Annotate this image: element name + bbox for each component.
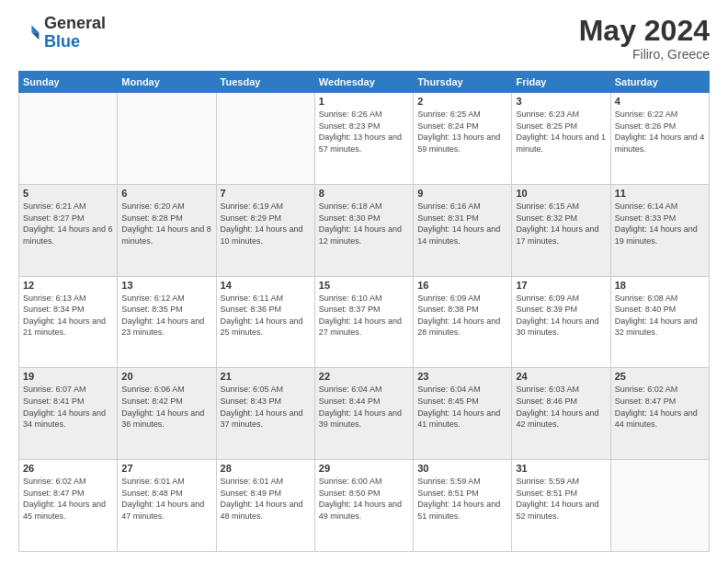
weekday-friday: Friday [512,72,610,93]
calendar-cell: 21Sunrise: 6:05 AMSunset: 8:43 PMDayligh… [216,368,314,460]
calendar-cell [19,93,118,185]
day-number: 5 [23,188,113,199]
day-number: 14 [221,280,311,291]
day-info: Sunrise: 6:18 AMSunset: 8:30 PMDaylight:… [319,201,409,247]
calendar-cell: 16Sunrise: 6:09 AMSunset: 8:38 PMDayligh… [414,276,512,368]
day-info: Sunrise: 6:03 AMSunset: 8:46 PMDaylight:… [516,384,606,430]
day-number: 1 [319,96,409,107]
day-info: Sunrise: 5:59 AMSunset: 8:51 PMDaylight:… [417,476,507,522]
day-number: 6 [121,188,211,199]
calendar-cell: 23Sunrise: 6:04 AMSunset: 8:45 PMDayligh… [414,368,512,460]
calendar-week-5: 26Sunrise: 6:02 AMSunset: 8:47 PMDayligh… [19,460,710,552]
day-number: 30 [417,463,507,474]
svg-marker-0 [31,25,39,32]
calendar-cell: 30Sunrise: 5:59 AMSunset: 8:51 PMDayligh… [414,460,512,552]
day-number: 4 [615,96,705,107]
calendar-cell: 5Sunrise: 6:21 AMSunset: 8:27 PMDaylight… [19,184,118,276]
day-info: Sunrise: 6:04 AMSunset: 8:44 PMDaylight:… [319,384,409,430]
calendar-cell: 13Sunrise: 6:12 AMSunset: 8:35 PMDayligh… [118,276,216,368]
logo-text: General Blue [44,15,106,52]
calendar-cell [610,460,709,552]
day-info: Sunrise: 6:12 AMSunset: 8:35 PMDaylight:… [121,293,211,339]
logo-icon [18,22,40,44]
day-number: 25 [615,371,705,382]
day-info: Sunrise: 6:00 AMSunset: 8:50 PMDaylight:… [319,476,409,522]
calendar-cell: 14Sunrise: 6:11 AMSunset: 8:36 PMDayligh… [216,276,314,368]
day-info: Sunrise: 6:01 AMSunset: 8:49 PMDaylight:… [221,476,311,522]
day-number: 27 [121,463,211,474]
day-info: Sunrise: 6:01 AMSunset: 8:48 PMDaylight:… [121,476,211,522]
day-info: Sunrise: 6:25 AMSunset: 8:24 PMDaylight:… [417,109,507,155]
calendar-cell: 10Sunrise: 6:15 AMSunset: 8:32 PMDayligh… [512,184,610,276]
weekday-header-row: SundayMondayTuesdayWednesdayThursdayFrid… [19,72,710,93]
day-info: Sunrise: 6:02 AMSunset: 8:47 PMDaylight:… [615,384,705,430]
logo: General Blue [18,15,106,52]
day-info: Sunrise: 6:23 AMSunset: 8:25 PMDaylight:… [516,109,606,155]
month-year: May 2024 [579,15,710,47]
day-info: Sunrise: 6:11 AMSunset: 8:36 PMDaylight:… [221,293,311,339]
day-number: 8 [319,188,409,199]
calendar: SundayMondayTuesdayWednesdayThursdayFrid… [18,71,710,552]
day-number: 15 [319,280,409,291]
calendar-cell: 8Sunrise: 6:18 AMSunset: 8:30 PMDaylight… [314,184,413,276]
day-number: 29 [319,463,409,474]
day-number: 17 [516,280,606,291]
day-info: Sunrise: 6:05 AMSunset: 8:43 PMDaylight:… [221,384,311,430]
day-number: 16 [417,280,507,291]
day-info: Sunrise: 6:22 AMSunset: 8:26 PMDaylight:… [615,109,705,155]
day-info: Sunrise: 6:09 AMSunset: 8:39 PMDaylight:… [516,293,606,339]
calendar-cell: 19Sunrise: 6:07 AMSunset: 8:41 PMDayligh… [19,368,118,460]
calendar-cell: 27Sunrise: 6:01 AMSunset: 8:48 PMDayligh… [118,460,216,552]
calendar-cell: 11Sunrise: 6:14 AMSunset: 8:33 PMDayligh… [610,184,709,276]
calendar-week-2: 5Sunrise: 6:21 AMSunset: 8:27 PMDaylight… [19,184,710,276]
day-info: Sunrise: 6:16 AMSunset: 8:31 PMDaylight:… [417,201,507,247]
calendar-cell [118,93,216,185]
logo-general: General [44,14,106,32]
day-info: Sunrise: 6:21 AMSunset: 8:27 PMDaylight:… [23,201,113,247]
weekday-wednesday: Wednesday [314,72,413,93]
day-info: Sunrise: 6:02 AMSunset: 8:47 PMDaylight:… [23,476,113,522]
calendar-cell: 25Sunrise: 6:02 AMSunset: 8:47 PMDayligh… [610,368,709,460]
weekday-monday: Monday [118,72,216,93]
calendar-cell: 26Sunrise: 6:02 AMSunset: 8:47 PMDayligh… [19,460,118,552]
logo-blue: Blue [44,32,80,51]
day-number: 22 [319,371,409,382]
day-number: 13 [121,280,211,291]
svg-marker-1 [31,32,39,40]
day-number: 7 [221,188,311,199]
day-info: Sunrise: 5:59 AMSunset: 8:51 PMDaylight:… [516,476,606,522]
calendar-cell: 22Sunrise: 6:04 AMSunset: 8:44 PMDayligh… [314,368,413,460]
day-number: 31 [516,463,606,474]
weekday-saturday: Saturday [610,72,709,93]
calendar-cell: 9Sunrise: 6:16 AMSunset: 8:31 PMDaylight… [414,184,512,276]
day-number: 12 [23,280,113,291]
calendar-cell: 28Sunrise: 6:01 AMSunset: 8:49 PMDayligh… [216,460,314,552]
calendar-cell: 31Sunrise: 5:59 AMSunset: 8:51 PMDayligh… [512,460,610,552]
day-number: 20 [121,371,211,382]
calendar-cell: 7Sunrise: 6:19 AMSunset: 8:29 PMDaylight… [216,184,314,276]
day-info: Sunrise: 6:20 AMSunset: 8:28 PMDaylight:… [121,201,211,247]
weekday-tuesday: Tuesday [216,72,314,93]
calendar-cell: 20Sunrise: 6:06 AMSunset: 8:42 PMDayligh… [118,368,216,460]
calendar-cell: 12Sunrise: 6:13 AMSunset: 8:34 PMDayligh… [19,276,118,368]
calendar-cell: 18Sunrise: 6:08 AMSunset: 8:40 PMDayligh… [610,276,709,368]
calendar-week-4: 19Sunrise: 6:07 AMSunset: 8:41 PMDayligh… [19,368,710,460]
title-block: May 2024 Filiro, Greece [579,15,710,62]
day-number: 18 [615,280,705,291]
day-info: Sunrise: 6:19 AMSunset: 8:29 PMDaylight:… [221,201,311,247]
calendar-cell: 3Sunrise: 6:23 AMSunset: 8:25 PMDaylight… [512,93,610,185]
day-number: 11 [615,188,705,199]
weekday-thursday: Thursday [414,72,512,93]
day-number: 26 [23,463,113,474]
day-number: 19 [23,371,113,382]
calendar-cell: 17Sunrise: 6:09 AMSunset: 8:39 PMDayligh… [512,276,610,368]
calendar-cell: 1Sunrise: 6:26 AMSunset: 8:23 PMDaylight… [314,93,413,185]
weekday-sunday: Sunday [19,72,118,93]
calendar-cell: 2Sunrise: 6:25 AMSunset: 8:24 PMDaylight… [414,93,512,185]
day-number: 24 [516,371,606,382]
day-info: Sunrise: 6:09 AMSunset: 8:38 PMDaylight:… [417,293,507,339]
day-number: 3 [516,96,606,107]
day-info: Sunrise: 6:08 AMSunset: 8:40 PMDaylight:… [615,293,705,339]
page: General Blue May 2024 Filiro, Greece Sun… [0,0,728,563]
location: Filiro, Greece [579,47,710,62]
